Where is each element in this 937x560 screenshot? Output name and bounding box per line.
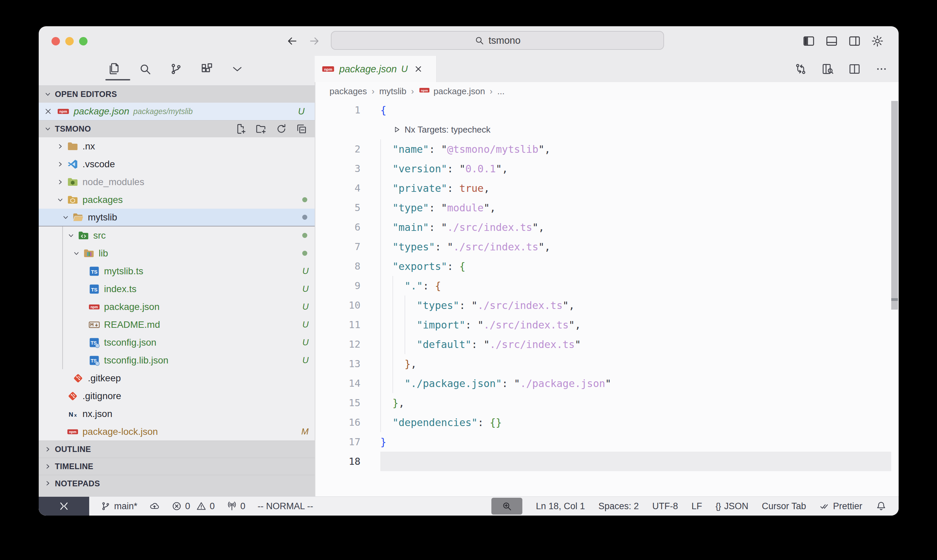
code-line-16[interactable]: 16"dependencies": {} [315,412,891,432]
code-line-10[interactable]: 10"types": "./src/index.ts", [315,295,891,315]
chevron-down-icon[interactable] [70,249,83,258]
breadcrumb-item-package-json[interactable]: npmpackage.json [419,85,485,98]
status-item-problems[interactable]: 00 [172,501,215,512]
tree-item-packages[interactable]: packages [39,191,315,209]
code-line-13[interactable]: 13}, [315,354,891,374]
source-control-icon[interactable] [169,62,183,76]
compare-changes-icon[interactable] [794,63,807,75]
breadcrumb-item-mytslib[interactable]: mytslib [379,86,406,97]
zoom-window-button[interactable] [79,37,88,45]
code-line-12[interactable]: 12"default": "./src/index.ts" [315,334,891,354]
outline-section-header[interactable]: OUTLINE [39,440,315,458]
code-line-6[interactable]: 6"main": "./src/index.ts", [315,217,891,237]
tree-item-README.md[interactable]: README.mdU [39,316,315,334]
status-item-notifications[interactable] [876,501,886,512]
refresh-icon[interactable] [275,123,287,135]
code-line-18[interactable]: 18 [315,452,891,471]
chevron-right-icon[interactable] [54,142,66,151]
token-q: " [605,378,611,389]
timeline-section-header[interactable]: TIMELINE [39,458,315,475]
code-line-1[interactable]: 1{ [315,100,891,120]
open-editors-header[interactable]: OPEN EDITORS [39,86,315,103]
breadcrumb-item-packages[interactable]: packages [329,86,367,97]
code-line-17[interactable]: 17} [315,432,891,452]
tree-item-.nx[interactable]: .nx [39,137,315,155]
tree-item-.gitkeep[interactable]: .gitkeep [39,369,315,387]
tree-item-tsconfig.lib.json[interactable]: TStsconfig.lib.jsonU [39,351,315,369]
tree-item-nx.json[interactable]: Nxnx.json [39,405,315,423]
chevron-down-icon[interactable] [65,231,77,240]
close-icon[interactable] [413,64,423,74]
tree-item-node_modules[interactable]: node_modules [39,173,315,191]
toggle-panel-icon[interactable] [825,35,838,48]
tree-item-mytslib.ts[interactable]: TSmytslib.tsU [39,262,315,280]
new-file-icon[interactable] [235,123,247,135]
new-folder-icon[interactable] [255,123,267,135]
tree-item-src[interactable]: src [39,226,315,244]
search-view-icon[interactable] [138,62,152,76]
tree-item-tsconfig.json[interactable]: TStsconfig.jsonU [39,334,315,351]
status-item-formatter[interactable]: Prettier [820,501,862,512]
code-line-3[interactable]: 3"version": "0.0.1", [315,159,891,178]
extensions-icon[interactable] [200,62,214,76]
scrollbar-thumb[interactable] [891,101,898,309]
status-item-language-mode[interactable]: {}JSON [715,501,748,512]
tree-item-mytslib[interactable]: mytslib [39,209,315,226]
minimize-window-button[interactable] [65,37,74,45]
collapse-all-icon[interactable] [296,123,307,135]
status-item-screencast-zoom[interactable] [491,498,522,515]
code-line-5[interactable]: 5"type": "module", [315,198,891,217]
code-line-2[interactable]: 2"name": "@tsmono/mytslib", [315,139,891,159]
status-text: 0 [240,501,245,512]
code-line-7[interactable]: 7"types": "./src/index.ts", [315,237,891,257]
status-item-ports[interactable]: 0 [227,501,245,512]
code-line-4[interactable]: 4"private": true, [315,178,891,198]
command-center-search[interactable]: tsmono [331,31,664,50]
status-item-vim-mode[interactable]: -- NORMAL -- [257,501,313,512]
notepads-section-header[interactable]: NOTEPADS [39,475,315,496]
split-editor-icon[interactable] [848,63,861,75]
chevron-right-icon[interactable] [54,160,66,169]
status-item-eol[interactable]: LF [692,501,702,512]
code-editor[interactable]: 1{Nx Targets: typecheck2"name": "@tsmono… [315,100,891,496]
forward-icon[interactable] [308,35,320,47]
tree-item-package.json[interactable]: npmpackage.jsonU [39,298,315,316]
status-item-branch-status[interactable]: main* [101,501,137,512]
chevron-right-icon[interactable] [54,178,66,186]
codelens-nx-targets[interactable]: Nx Targets: typecheck [315,120,891,139]
code-line-15[interactable]: 15}, [315,393,891,412]
toggle-secondary-sidebar-icon[interactable] [848,35,861,48]
status-item-indentation[interactable]: Spaces: 2 [599,501,639,512]
close-window-button[interactable] [51,37,60,45]
gear-icon[interactable] [871,35,884,48]
code-line-8[interactable]: 8"exports": { [315,257,891,276]
open-editor-item-package-json[interactable]: npm package.json packages/mytslib U [39,103,315,120]
tree-item-index.ts[interactable]: TSindex.tsU [39,280,315,298]
tab-package-json[interactable]: npm package.json U [315,56,437,82]
explorer-icon[interactable] [108,62,121,76]
code-line-14[interactable]: 14"./package.json": "./package.json" [315,374,891,393]
breadcrumb-item--[interactable]: ... [497,86,505,97]
code-line-11[interactable]: 11"import": "./src/index.ts", [315,315,891,334]
back-icon[interactable] [286,35,298,47]
status-item-cursor-tab[interactable]: Cursor Tab [762,501,806,512]
tree-item-lib[interactable]: lib [39,244,315,262]
status-item-cursor-position[interactable]: Ln 18, Col 1 [536,501,585,512]
close-icon[interactable] [43,107,53,116]
status-item-sync-status[interactable] [149,501,160,511]
chevron-down-icon[interactable] [60,213,72,222]
code-line-9[interactable]: 9".": { [315,276,891,295]
tree-item-package-lock.json[interactable]: npmpackage-lock.jsonM [39,423,315,440]
remote-indicator[interactable] [39,497,89,515]
more-actions-icon[interactable] [875,63,888,75]
status-item-encoding[interactable]: UTF-8 [652,501,678,512]
status-text: 0 [185,501,190,512]
tree-item-.vscode[interactable]: .vscode [39,155,315,173]
open-preview-icon[interactable] [821,63,834,75]
workspace-header[interactable]: TSMONO [39,120,315,137]
chevron-down-icon[interactable] [231,63,243,75]
tree-item-.gitignore[interactable]: .gitignore [39,387,315,405]
chevron-down-icon[interactable] [54,195,66,204]
toggle-sidebar-icon[interactable] [802,35,815,48]
outline-label: OUTLINE [55,445,91,454]
